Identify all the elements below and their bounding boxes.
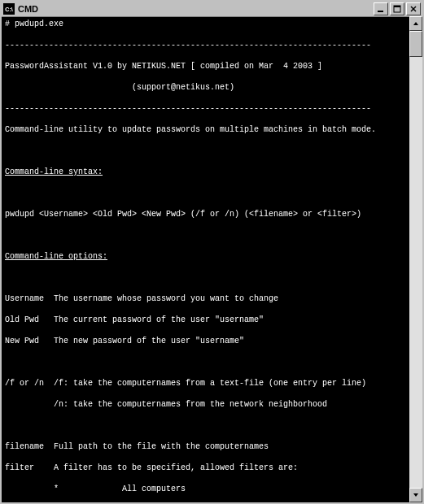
app-header: PasswordAssistant V1.0 by NETIKUS.NET [ … xyxy=(5,61,408,72)
option-filter: filter A filter has to be specified, all… xyxy=(5,463,408,473)
vertical-scrollbar[interactable] xyxy=(409,16,422,502)
syntax-line: pwdupd <Username> <Old Pwd> <New Pwd> (/… xyxy=(5,209,408,219)
options-heading: Command-line options: xyxy=(5,251,408,262)
syntax-heading: Command-line syntax: xyxy=(5,167,408,177)
description: Command-line utility to update passwords… xyxy=(5,124,408,135)
command-text: pwdupd.exe xyxy=(15,20,63,28)
svg-marker-6 xyxy=(413,493,418,497)
option-oldpwd: Old Pwd The current password of the user… xyxy=(5,315,408,325)
scroll-thumb[interactable] xyxy=(409,31,422,57)
svg-rect-0 xyxy=(378,11,383,12)
option-fn-f: /f or /n /f: take the computernames from… xyxy=(5,378,408,389)
option-username: Username The username whose password you… xyxy=(5,293,408,304)
window-title: CMD xyxy=(18,4,372,14)
filter-1: * All computers xyxy=(5,484,408,494)
option-newpwd: New Pwd The new password of the user "us… xyxy=(5,336,408,346)
scroll-up-button[interactable] xyxy=(409,16,422,31)
scroll-track[interactable] xyxy=(409,31,422,488)
maximize-button[interactable] xyxy=(390,2,404,15)
scroll-down-button[interactable] xyxy=(409,488,422,502)
app-contact: (support@netikus.net) xyxy=(5,82,408,93)
divider: ----------------------------------------… xyxy=(5,103,408,114)
titlebar: C:\ CMD xyxy=(2,2,422,17)
console-output[interactable]: # pwdupd.exe ---------------------------… xyxy=(2,17,422,502)
cmd-window: C:\ CMD # pwdupd.exe -------------------… xyxy=(0,0,424,504)
divider: ----------------------------------------… xyxy=(5,40,408,50)
svg-rect-2 xyxy=(394,6,400,7)
cmd-icon: C:\ xyxy=(3,3,15,15)
close-button[interactable] xyxy=(406,2,421,15)
option-fn-n: /n: take the computernames from the netw… xyxy=(5,399,408,410)
minimize-button[interactable] xyxy=(374,2,388,15)
svg-marker-5 xyxy=(413,22,418,25)
option-filename: filename Full path to the file with the … xyxy=(5,441,408,452)
prompt: # xyxy=(5,20,15,28)
